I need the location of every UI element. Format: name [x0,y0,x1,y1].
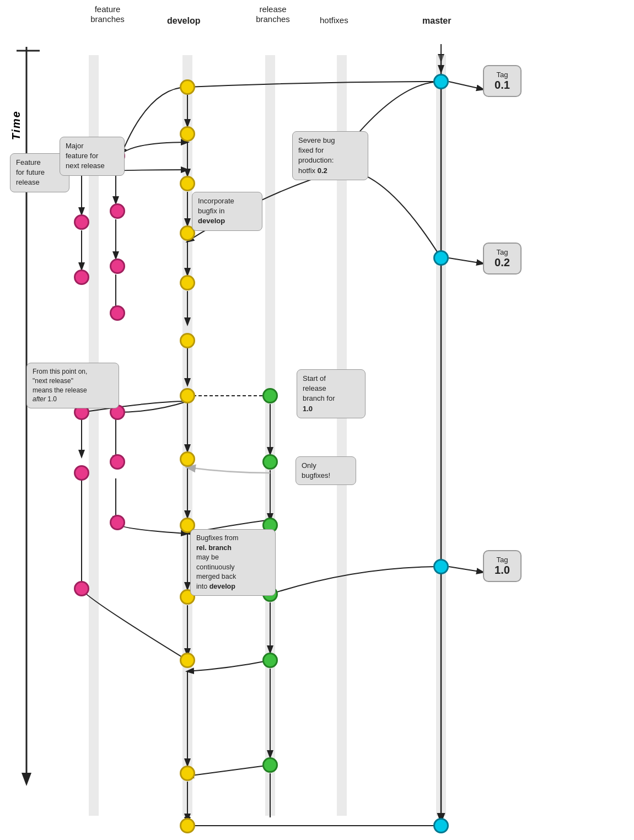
tag-value-01: 0.1 [492,79,513,91]
node-release-2 [262,454,278,470]
svg-line-39 [449,567,483,572]
node-develop-12 [180,766,195,781]
svg-line-37 [449,82,483,89]
node-feature-l3 [74,270,89,285]
col-label-release: release branches [248,4,298,24]
node-develop-13 [180,818,195,833]
col-label-master: master [422,15,451,26]
col-label-hotfix: hotfixes [320,15,348,25]
node-master-4 [433,818,449,833]
callout-start-release: Start ofreleasebranch for1.0 [297,369,366,418]
node-feature-r3 [110,259,125,274]
time-label: Time [10,110,23,140]
tag-box-02: Tag 0.2 [483,243,522,274]
callout-only-bugfixes: Onlybugfixes! [295,456,356,485]
svg-line-38 [449,258,483,263]
node-release-5 [262,653,278,668]
node-master-1 [433,74,449,89]
node-feature-r4 [110,305,125,321]
node-develop-11 [180,653,195,668]
tag-label-02: Tag [497,248,508,256]
node-release-1 [262,388,278,403]
node-feature-r6 [110,454,125,470]
node-develop-5 [180,275,195,290]
tag-box-01: Tag 0.1 [483,65,522,97]
node-feature-l5 [74,465,89,481]
callout-severe-bug: Severe bugfixed forproduction:hotfix 0.2 [292,131,368,180]
node-develop-2 [180,126,195,142]
tag-box-10: Tag 1.0 [483,550,522,582]
node-feature-l2 [74,214,89,230]
tag-value-10: 1.0 [492,564,513,577]
callout-next-release: From this point on,"next release"means t… [26,363,119,408]
node-release-6 [262,757,278,773]
callout-bugfixes-merged: Bugfixes fromrel. branchmay becontinuous… [190,529,276,596]
node-feature-r2 [110,203,125,219]
col-label-feature: feature branches [77,4,138,24]
node-develop-1 [180,79,195,95]
node-develop-8 [180,451,195,467]
node-master-3 [433,559,449,574]
node-develop-7 [180,388,195,403]
col-label-develop: develop [167,15,200,26]
tag-label-10: Tag [497,556,508,564]
node-master-2 [433,250,449,266]
node-develop-3 [180,176,195,191]
arrows-svg [0,0,634,840]
tag-label-01: Tag [497,71,508,79]
node-feature-l6 [74,581,89,596]
callout-major-feature: Majorfeature fornext release [60,137,125,176]
diagram-container: feature branches develop release branche… [0,0,634,840]
callout-incorporate-bugfix: Incorporatebugfix indevelop [192,192,262,231]
tag-value-02: 0.2 [492,256,513,269]
node-feature-r7 [110,515,125,530]
node-develop-6 [180,333,195,348]
